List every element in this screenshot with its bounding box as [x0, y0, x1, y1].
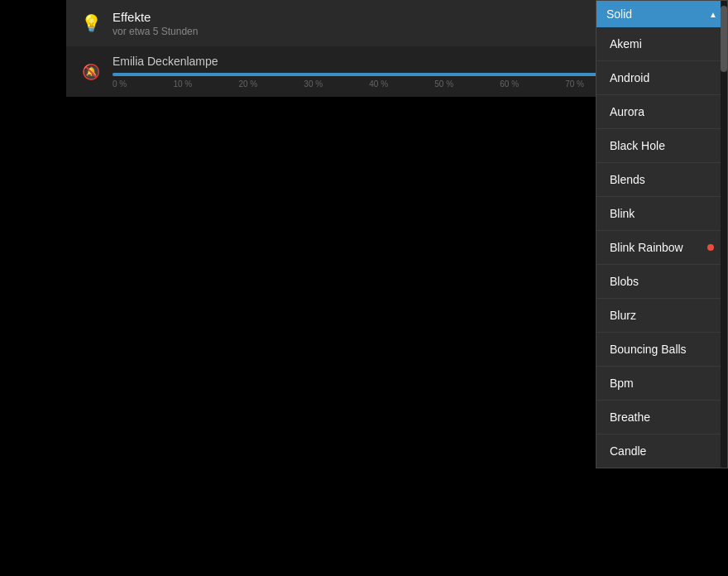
scrollbar-thumb[interactable] [721, 6, 727, 72]
list-item[interactable]: Blink [596, 197, 727, 231]
device-icon: 🔕 [79, 60, 103, 84]
item-label: Black Hole [610, 139, 665, 152]
dropdown-header[interactable]: Solid ▲ [596, 1, 727, 27]
slider-label-0: 0 % [113, 79, 127, 89]
slider-label-10: 10 % [173, 79, 192, 89]
item-label: Blurz [610, 309, 636, 322]
scrollbar-track[interactable] [721, 1, 727, 468]
header-subtitle: vor etwa 5 Stunden [113, 26, 624, 37]
list-item[interactable]: Breathe [596, 401, 727, 434]
list-item[interactable]: Akemi [596, 27, 727, 61]
dropdown-list: Akemi Android Aurora Black Hole Blends B… [596, 27, 727, 468]
header-text: Effekte vor etwa 5 Stunden [113, 10, 624, 37]
slider-fill [113, 73, 667, 76]
effects-dropdown-menu: Solid ▲ Akemi Android Aurora Black Hole … [596, 0, 728, 468]
list-item[interactable]: Android [596, 61, 727, 95]
list-item[interactable]: Candle [596, 434, 727, 468]
header-title: Effekte [113, 10, 624, 24]
list-item[interactable]: Black Hole [596, 129, 727, 163]
item-label: Bouncing Balls [610, 343, 687, 356]
item-label: Android [610, 71, 649, 84]
item-label: Candle [610, 444, 646, 458]
slider-label-30: 30 % [304, 79, 323, 89]
list-item[interactable]: Aurora [596, 95, 727, 129]
list-item[interactable]: Blobs [596, 265, 727, 299]
item-label: Bpm [610, 377, 634, 390]
item-label: Blends [610, 173, 645, 186]
list-item[interactable]: Bpm [596, 367, 727, 401]
slider-label-40: 40 % [369, 79, 388, 89]
slider-label-50: 50 % [434, 79, 453, 89]
list-item[interactable]: Bouncing Balls [596, 333, 727, 367]
list-item[interactable]: Blink Rainbow [596, 231, 727, 265]
item-label: Aurora [610, 105, 644, 118]
effect-icon: 💡 [79, 12, 103, 35]
slider-label-70: 70 % [565, 79, 584, 89]
slider-label-20: 20 % [238, 79, 257, 89]
dropdown-header-label: Solid [606, 7, 632, 21]
item-label: Blink Rainbow [610, 241, 683, 254]
list-item[interactable]: Blurz [596, 299, 727, 333]
new-badge [707, 244, 714, 251]
item-label: Blobs [610, 275, 639, 288]
item-label: Breathe [610, 410, 650, 424]
chevron-up-icon: ▲ [709, 10, 717, 19]
slider-label-60: 60 % [500, 79, 519, 89]
item-label: Akemi [610, 37, 642, 50]
list-item[interactable]: Blends [596, 163, 727, 197]
item-label: Blink [610, 207, 635, 220]
